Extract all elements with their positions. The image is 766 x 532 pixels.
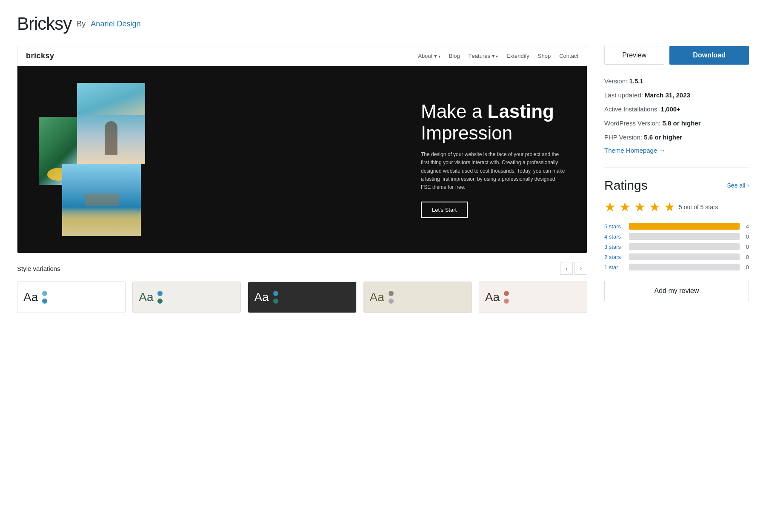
dot-4a [389, 291, 394, 296]
bar-label-3[interactable]: 3 stars [604, 244, 625, 250]
variations-list: Aa Aa Aa [17, 282, 587, 313]
dot-1b [42, 299, 47, 304]
add-review-button[interactable]: Add my review [604, 281, 749, 301]
nav-blog: Blog [449, 53, 460, 59]
theme-brand: bricksy [26, 51, 54, 60]
variation-aa-5: Aa [485, 290, 500, 304]
page-title: Bricksy [17, 14, 71, 34]
bar-count-2: 0 [744, 254, 749, 260]
photo-beach [77, 83, 145, 164]
by-label: By [77, 20, 86, 28]
variation-aa-2: Aa [139, 290, 153, 304]
photo-collage [39, 83, 158, 236]
variation-card-3[interactable]: Aa [248, 282, 356, 313]
star-2: ★ [619, 199, 631, 214]
installs-value: 1,000+ [661, 105, 680, 113]
updated-label: Last updated: [604, 91, 643, 99]
updated-row: Last updated: March 31, 2023 [604, 91, 749, 100]
see-all-arrow: › [747, 182, 749, 189]
bar-track-1 [629, 264, 740, 270]
theme-nav-links: About ▾ Blog Features ▾ Extendify Shop C… [418, 53, 578, 59]
style-variations-section: Style variations ‹ › Aa Aa [17, 253, 587, 321]
php-value: 5.6 or higher [644, 134, 682, 141]
updated-value: March 31, 2023 [645, 91, 690, 99]
variation-card-2[interactable]: Aa [132, 282, 241, 313]
preview-button[interactable]: Preview [604, 46, 664, 65]
author-link[interactable]: Anariel Design [91, 20, 140, 28]
ratings-title: Ratings [604, 178, 648, 193]
hero-text-block: Make a LastingImpression The design of y… [421, 101, 566, 218]
variation-card-1[interactable]: Aa [17, 282, 126, 313]
bar-count-4: 0 [744, 233, 749, 240]
bar-count-3: 0 [744, 244, 749, 250]
php-label: PHP Version: [604, 134, 642, 141]
bar-row-3: 3 stars 0 [604, 243, 749, 250]
hero-section: Make a LastingImpression The design of y… [17, 66, 587, 253]
bar-row-1: 1 star 0 [604, 264, 749, 270]
version-label: Version: [604, 77, 627, 85]
variation-card-4[interactable]: Aa [363, 282, 472, 313]
wp-value: 5.8 or higher [662, 119, 700, 127]
theme-homepage-link[interactable]: Theme Homepage → [604, 147, 749, 154]
rating-bars: 5 stars 4 4 stars 0 3 stars [604, 223, 749, 270]
dot-1a [42, 291, 47, 296]
ratings-section: Ratings See all › ★ ★ ★ ★ ★ 5 out of 5 s… [604, 168, 749, 301]
nav-shop: Shop [538, 53, 551, 59]
hero-description: The design of your website is the face o… [421, 151, 566, 191]
wp-label: WordPress Version: [604, 119, 660, 127]
variation-dots-2 [157, 291, 163, 304]
variation-prev-button[interactable]: ‹ [560, 262, 573, 275]
see-all-link[interactable]: See all › [727, 182, 749, 189]
download-button[interactable]: Download [669, 46, 749, 65]
action-buttons: Preview Download [604, 46, 749, 65]
wp-row: WordPress Version: 5.8 or higher [604, 119, 749, 128]
dot-5a [504, 291, 509, 296]
dot-5b [504, 299, 509, 304]
php-row: PHP Version: 5.6 or higher [604, 133, 749, 142]
style-variations-label: Style variations [17, 265, 60, 272]
nav-extendify: Extendify [506, 53, 529, 59]
variation-next-button[interactable]: › [574, 262, 587, 275]
bar-row-4: 4 stars 0 [604, 233, 749, 240]
rating-summary: 5 out of 5 stars. [679, 204, 720, 211]
dot-4b [389, 299, 394, 304]
bar-row-2: 2 stars 0 [604, 253, 749, 260]
version-row: Version: 1.5.1 [604, 77, 749, 85]
bar-row-5: 5 stars 4 [604, 223, 749, 230]
version-value: 1.5.1 [629, 77, 643, 85]
variation-dots-3 [273, 291, 278, 304]
bar-track-5 [629, 223, 740, 230]
meta-info: Version: 1.5.1 Last updated: March 31, 2… [604, 77, 749, 154]
installs-label: Active Installations: [604, 105, 659, 113]
theme-nav-bar: bricksy About ▾ Blog Features ▾ Extendif… [17, 46, 587, 66]
hero-cta-button[interactable]: Let's Start [421, 202, 468, 218]
dot-3b [273, 299, 278, 304]
dot-2a [157, 291, 163, 296]
star-3: ★ [634, 199, 646, 214]
bar-track-2 [629, 253, 740, 260]
nav-features: Features ▾ [469, 53, 498, 59]
bar-label-1[interactable]: 1 star [604, 264, 625, 270]
left-column: bricksy About ▾ Blog Features ▾ Extendif… [17, 46, 587, 321]
preview-frame: bricksy About ▾ Blog Features ▾ Extendif… [17, 46, 587, 253]
bar-count-5: 4 [744, 223, 749, 230]
see-all-label: See all [727, 182, 746, 189]
variation-aa-4: Aa [370, 290, 384, 304]
variation-dots-1 [42, 291, 47, 304]
variation-card-5[interactable]: Aa [479, 282, 587, 313]
photo-pier [62, 164, 141, 236]
main-layout: bricksy About ▾ Blog Features ▾ Extendif… [17, 46, 749, 321]
star-5: ★ [664, 199, 675, 214]
hero-title: Make a LastingImpression [421, 101, 566, 144]
bar-label-2[interactable]: 2 stars [604, 254, 625, 260]
bar-label-5[interactable]: 5 stars [604, 223, 625, 230]
stars-display: ★ ★ ★ ★ ★ 5 out of 5 stars. [604, 199, 749, 214]
installs-row: Active Installations: 1,000+ [604, 105, 749, 114]
variation-dots-4 [389, 291, 394, 304]
star-1: ★ [604, 199, 616, 214]
star-4: ★ [649, 199, 660, 214]
nav-about: About ▾ [418, 53, 440, 59]
ratings-header: Ratings See all › [604, 178, 749, 193]
nav-contact: Contact [559, 53, 578, 59]
bar-label-4[interactable]: 4 stars [604, 233, 625, 240]
